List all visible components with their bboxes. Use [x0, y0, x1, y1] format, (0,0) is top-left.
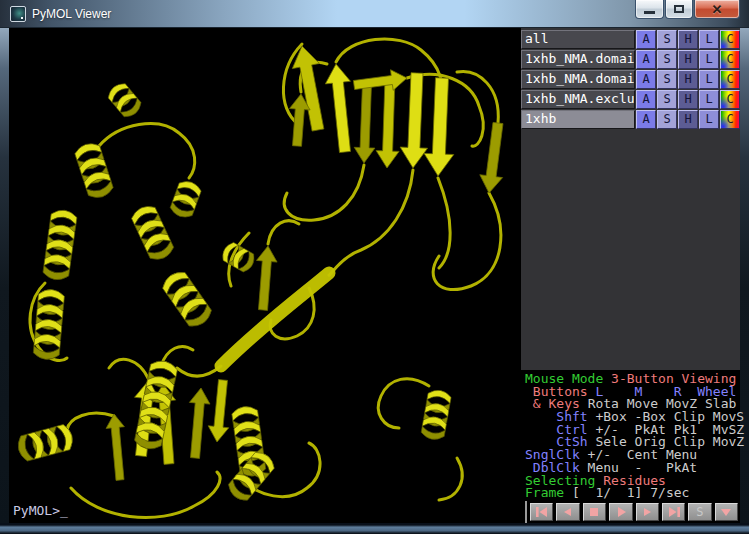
go-to-start-button[interactable]: [530, 503, 553, 521]
command-prompt[interactable]: PyMOL>_: [13, 503, 68, 518]
object-row-1xhb-nma-domain-[interactable]: 1xhb_NMA.domain.ASHLC: [521, 70, 740, 89]
mouse-panel: Mouse Mode 3-Button Viewing Buttons L M …: [521, 370, 740, 523]
h-menu-button[interactable]: H: [678, 70, 698, 89]
window-title: PyMOL Viewer: [32, 7, 111, 21]
c-menu-button[interactable]: C: [720, 50, 740, 69]
object-label[interactable]: all: [521, 30, 635, 49]
minimize-button[interactable]: [635, 0, 664, 19]
down-triangle-icon: [719, 506, 733, 518]
menu-button[interactable]: [715, 503, 738, 521]
movie-playback-bar: S: [525, 501, 740, 523]
h-menu-button[interactable]: H: [678, 110, 698, 129]
s-menu-button[interactable]: S: [657, 70, 677, 89]
go-to-end-button[interactable]: [662, 503, 685, 521]
maximize-button[interactable]: [665, 0, 693, 19]
stop-button[interactable]: [583, 503, 606, 521]
stop-icon: [587, 506, 601, 518]
play-icon: [614, 506, 628, 518]
pymol-viewer-window: PyMOL Viewer ✕: [0, 0, 749, 534]
internal-gui-panel: allASHLC1xhb_NMA.domain.ASHLC1xhb_NMA.do…: [521, 28, 740, 523]
minimize-icon: [644, 11, 655, 14]
object-row-all[interactable]: allASHLC: [521, 30, 740, 49]
l-menu-button[interactable]: L: [699, 30, 719, 49]
s-letter-icon: S: [696, 506, 703, 518]
window-border-bottom: [0, 523, 749, 534]
skip-start-icon: [535, 506, 549, 518]
close-button[interactable]: ✕: [694, 0, 740, 19]
object-row-1xhb-nma-exclude[interactable]: 1xhb_NMA.excludeASHLC: [521, 90, 740, 109]
object-row-1xhb-nma-domain-[interactable]: 1xhb_NMA.domain.ASHLC: [521, 50, 740, 69]
l-menu-button[interactable]: L: [699, 110, 719, 129]
skip-end-icon: [667, 506, 681, 518]
a-menu-button[interactable]: A: [636, 70, 656, 89]
step-back-icon: [561, 506, 575, 518]
s-menu-button[interactable]: S: [657, 110, 677, 129]
object-list: allASHLC1xhb_NMA.domain.ASHLC1xhb_NMA.do…: [521, 28, 740, 129]
object-label[interactable]: 1xhb_NMA.domain.: [521, 50, 635, 69]
l-menu-button[interactable]: L: [699, 50, 719, 69]
a-menu-button[interactable]: A: [636, 30, 656, 49]
h-menu-button[interactable]: H: [678, 90, 698, 109]
caption-buttons: ✕: [635, 0, 740, 19]
text-segment: [ 1/ 1] 7/sec: [572, 485, 689, 500]
object-row-1xhb[interactable]: 1xhbASHLC: [521, 110, 740, 129]
text-segment: Frame: [525, 485, 572, 500]
a-menu-button[interactable]: A: [636, 50, 656, 69]
h-menu-button[interactable]: H: [678, 30, 698, 49]
object-label[interactable]: 1xhb: [521, 110, 635, 129]
close-icon: ✕: [712, 3, 723, 16]
step-back-button[interactable]: [556, 503, 579, 521]
molecule-viewport[interactable]: PyMOL>_: [9, 28, 521, 523]
c-menu-button[interactable]: C: [720, 110, 740, 129]
maximize-icon: [674, 5, 684, 13]
s-menu-button[interactable]: S: [657, 30, 677, 49]
l-menu-button[interactable]: L: [699, 70, 719, 89]
scene-button[interactable]: S: [688, 503, 711, 521]
titlebar[interactable]: PyMOL Viewer ✕: [0, 0, 749, 28]
l-menu-button[interactable]: L: [699, 90, 719, 109]
object-label[interactable]: 1xhb_NMA.domain.: [521, 70, 635, 89]
h-menu-button[interactable]: H: [678, 50, 698, 69]
c-menu-button[interactable]: C: [720, 90, 740, 109]
protein-structure: [9, 28, 521, 523]
frame-line: Frame [ 1/ 1] 7/sec: [525, 487, 740, 500]
a-menu-button[interactable]: A: [636, 110, 656, 129]
c-menu-button[interactable]: C: [720, 70, 740, 89]
s-menu-button[interactable]: S: [657, 50, 677, 69]
object-label[interactable]: 1xhb_NMA.exclude: [521, 90, 635, 109]
s-menu-button[interactable]: S: [657, 90, 677, 109]
window-border-left: [0, 28, 9, 523]
app-icon: [10, 6, 26, 22]
step-forward-button[interactable]: [636, 503, 659, 521]
c-menu-button[interactable]: C: [720, 30, 740, 49]
step-forward-icon: [640, 506, 654, 518]
play-button[interactable]: [609, 503, 632, 521]
a-menu-button[interactable]: A: [636, 90, 656, 109]
